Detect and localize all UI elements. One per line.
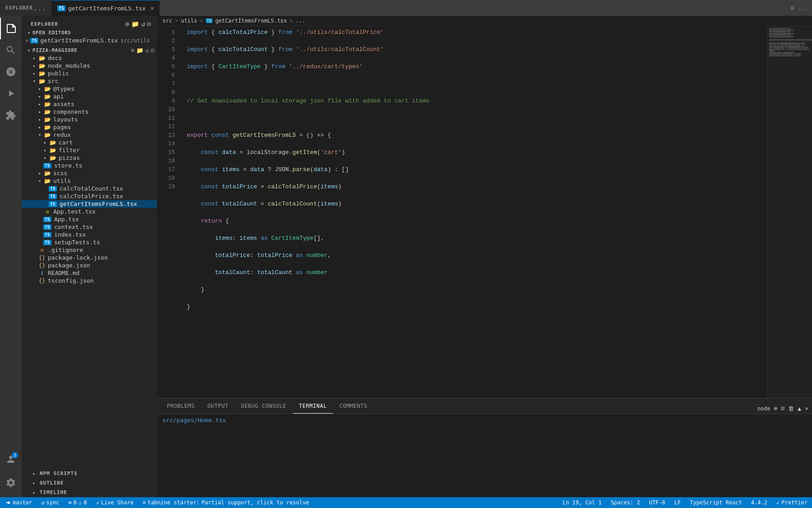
npm-chevron <box>31 471 38 476</box>
folder-pages[interactable]: 📂 pages <box>22 123 157 131</box>
src-chevron <box>31 79 38 84</box>
json-icon-pj: {} <box>38 262 46 269</box>
activity-extensions[interactable] <box>0 104 22 126</box>
status-language[interactable]: TypeScript React <box>685 497 747 508</box>
project-root[interactable]: PIZZA-MAGGIORE ⊕ 📁 ↺ ⊟ <box>22 47 157 54</box>
close-panel-icon[interactable]: × <box>805 405 808 412</box>
status-tabnine[interactable]: ⊙ tabnine starter: Partial support, clic… <box>138 497 314 508</box>
activity-search[interactable] <box>0 39 22 61</box>
refresh-project-icon[interactable]: ↺ <box>145 47 149 54</box>
outline-section[interactable]: OUTLINE <box>22 478 157 488</box>
file-tsconfig[interactable]: {} tsconfig.json <box>22 277 157 284</box>
open-editor-file[interactable]: × TS getCartItemsFromLS.tsx src/utils <box>22 36 157 45</box>
tab-inactive-explorer[interactable]: EXPLORER ... <box>0 0 52 16</box>
activity-account[interactable]: 3 <box>0 448 22 470</box>
file-package-lock[interactable]: {} package-lock.json <box>22 254 157 261</box>
file-gitignore[interactable]: ⚙ .gitignore <box>22 246 157 254</box>
maximize-panel-icon[interactable]: ▲ <box>798 405 801 412</box>
status-sync[interactable]: ↺ sync <box>37 497 64 508</box>
code-editor[interactable]: 12345 678910 1112131415 16171819 import … <box>157 26 812 398</box>
status-spaces[interactable]: Spaces: 2 <box>606 497 645 508</box>
folder-filter[interactable]: 📂 filter <box>22 146 157 154</box>
collapse-icon[interactable]: ⊟ <box>148 20 152 28</box>
file-app-test[interactable]: ⚙ App.test.tsx <box>22 208 157 215</box>
timeline-section[interactable]: TIMELINE <box>22 488 157 497</box>
folder-pizzas-label: pizzas <box>59 154 80 161</box>
tab-terminal[interactable]: TERMINAL <box>293 398 333 414</box>
split-editor-icon[interactable]: ⊡ <box>791 5 794 11</box>
file-app-tsx[interactable]: TS App.tsx <box>22 215 157 223</box>
utils-chevron <box>36 178 43 183</box>
file-calc-total-count[interactable]: TS calcTotalCount.tsx <box>22 185 157 192</box>
status-encoding[interactable]: UTF-8 <box>645 497 670 508</box>
status-position[interactable]: Ln 19, Col 1 <box>558 497 606 508</box>
status-errors[interactable]: ⊗ 0 ⚠ 0 <box>64 497 92 508</box>
file-package-json[interactable]: {} package.json <box>22 261 157 269</box>
status-live-share[interactable]: ↗ Live Share <box>91 497 138 508</box>
file-ctc-label: calcTotalCount.tsx <box>60 185 123 192</box>
bottom-panel: PROBLEMS OUTPUT DEBUG CONSOLE TERMINAL C… <box>157 398 812 497</box>
folder-components[interactable]: 📂 components <box>22 108 157 116</box>
folder-src-label: src <box>48 78 58 84</box>
status-line-ending[interactable]: LF <box>670 497 685 508</box>
file-context[interactable]: TS context.tsx <box>22 223 157 231</box>
git-branch-icon <box>5 499 11 506</box>
breadcrumb-dots: ... <box>295 18 305 24</box>
file-get-cart-items[interactable]: TS getCartItemsFromLS.tsx <box>22 200 157 208</box>
tab-problems[interactable]: PROBLEMS <box>161 398 201 414</box>
new-folder-project-icon[interactable]: 📁 <box>136 47 143 54</box>
folder-utils[interactable]: 📂 utils <box>22 177 157 185</box>
folder-src[interactable]: 📂 src <box>22 77 157 85</box>
more-actions-icon[interactable]: ... <box>798 5 808 11</box>
status-branch[interactable]: master <box>0 497 37 508</box>
tab-comments[interactable]: COMMENTS <box>333 398 374 414</box>
folder-api[interactable]: 📂 api <box>22 93 157 100</box>
folder-cart[interactable]: 📂 cart <box>22 139 157 146</box>
file-readme[interactable]: ℹ README.md <box>22 269 157 277</box>
folder-scss[interactable]: 📂 scss <box>22 169 157 177</box>
activity-run[interactable] <box>0 83 22 104</box>
npm-scripts-section[interactable]: NPM SCRIPTS <box>22 469 157 478</box>
code-content[interactable]: import { calcTotalPrice } from '../utils… <box>180 26 767 398</box>
open-editors-section[interactable]: OPEN EDITORS <box>22 29 157 36</box>
new-file-icon[interactable]: ⊕ <box>125 20 129 28</box>
activity-settings[interactable] <box>0 472 22 494</box>
project-chevron <box>25 48 32 53</box>
terminal-content[interactable]: src/pages/Home.tsx <box>157 414 812 497</box>
refresh-icon[interactable]: ↺ <box>141 20 145 28</box>
close-tab-icon[interactable]: × <box>150 5 154 12</box>
folder-public[interactable]: 📂 public <box>22 70 157 77</box>
new-file-project-icon[interactable]: ⊕ <box>131 47 135 54</box>
status-version[interactable]: 4.4.2 <box>747 497 772 508</box>
folder-types[interactable]: 📂 @types <box>22 85 157 93</box>
close-open-editor-icon[interactable]: × <box>25 37 28 44</box>
explorer-more-icon[interactable]: ... <box>33 4 46 12</box>
gitignore-icon: ⚙ <box>38 247 46 253</box>
add-terminal-icon[interactable]: ⊕ <box>774 405 778 412</box>
folder-icon-comp: 📂 <box>43 109 51 115</box>
file-store-ts[interactable]: TS store.ts <box>22 162 157 169</box>
file-index[interactable]: TS index.tsx <box>22 231 157 238</box>
collapse-project-icon[interactable]: ⊟ <box>151 47 154 54</box>
file-calc-total-price[interactable]: TS calcTotalPrice.tsx <box>22 192 157 200</box>
activity-explorer[interactable] <box>0 18 22 39</box>
file-setup-tests[interactable]: TS setupTests.ts <box>22 238 157 246</box>
active-tab[interactable]: TS getCartItemsFromLS.tsx × <box>52 0 160 16</box>
folder-layouts[interactable]: 📂 layouts <box>22 116 157 123</box>
activity-source-control[interactable] <box>0 61 22 83</box>
file-store-label: store.ts <box>54 162 83 169</box>
breadcrumb-utils: utils <box>181 18 197 24</box>
status-prettier[interactable]: ✓ Prettier <box>772 497 812 508</box>
folder-node-modules[interactable]: 📂 node_modules <box>22 62 157 70</box>
split-terminal-icon[interactable]: ⊡ <box>781 405 785 412</box>
folder-assets[interactable]: 📂 assets <box>22 100 157 108</box>
kill-terminal-icon[interactable]: 🗑 <box>788 405 794 412</box>
version-label: 4.4.2 <box>751 499 767 506</box>
folder-redux[interactable]: 📂 redux <box>22 131 157 139</box>
tab-debug-console[interactable]: DEBUG CONSOLE <box>235 398 292 414</box>
new-folder-icon[interactable]: 📁 <box>131 20 139 28</box>
folder-docs[interactable]: 📂 docs <box>22 54 157 62</box>
minimap-content: ████ ████████████████ ████ █████████████… <box>767 26 812 398</box>
tab-output[interactable]: OUTPUT <box>201 398 235 414</box>
folder-pizzas[interactable]: 📂 pizzas <box>22 154 157 162</box>
